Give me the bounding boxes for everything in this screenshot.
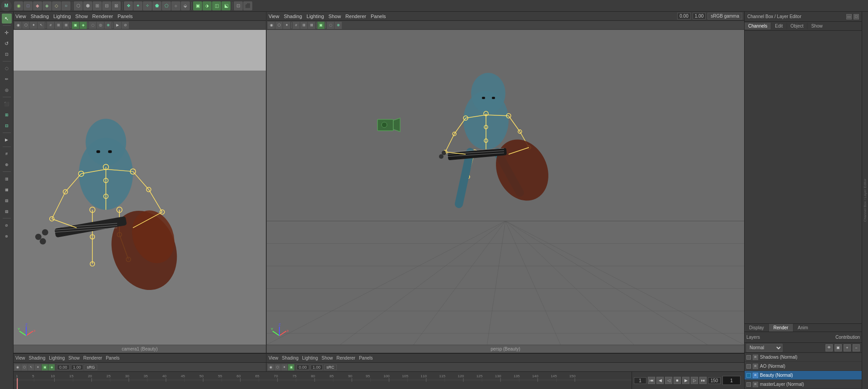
view-tool-3[interactable]: ⊟ (2, 121, 12, 131)
layer-render-vis-beauty[interactable]: R (753, 373, 758, 378)
toolbar-icon-12[interactable]: ❖ (124, 1, 133, 10)
paint-tool[interactable]: ✏ (2, 74, 12, 84)
misc-btn-2[interactable]: ▦ (2, 185, 12, 194)
vp-tr-tb-7[interactable]: ▣ (317, 22, 325, 29)
vp-tr-menu-panels[interactable]: Panels (371, 14, 386, 19)
blt-4[interactable]: ✦ (35, 364, 41, 370)
vp-tl-tb-11[interactable]: ◎ (97, 22, 104, 29)
vp-tr-tb-3[interactable]: ✦ (283, 22, 290, 29)
step-fwd-btn[interactable]: ▷ (691, 377, 698, 384)
blt-6[interactable]: ◈ (48, 364, 55, 370)
current-frame[interactable]: 1 (722, 376, 741, 385)
vp-tl-tb-9[interactable]: ◈ (80, 22, 87, 29)
toolbar-icon-15[interactable]: ⬟ (152, 1, 161, 10)
toolbar-icon-6[interactable]: ○ (61, 1, 71, 10)
toolbar-icon-13[interactable]: ✦ (133, 1, 142, 10)
toolbar-icon-21[interactable]: ◫ (212, 1, 221, 10)
blt-srgb[interactable]: sRG (85, 365, 97, 370)
toolbar-icon-3[interactable]: ◆ (33, 1, 42, 10)
toolbar-icon-5[interactable]: ◇ (52, 1, 61, 10)
vp-tl-menu-view[interactable]: View (15, 14, 26, 19)
play-fwd-btn[interactable]: ▶ (682, 377, 689, 384)
layers-vis-btn1[interactable]: 👁 (826, 344, 833, 351)
vp-tl-menu-panels[interactable]: Panels (118, 14, 133, 19)
move-tool[interactable]: ✛ (2, 28, 12, 38)
toolbar-icon-24[interactable]: ⬛ (243, 1, 252, 10)
vp-tr-menu-shading[interactable]: Shading (284, 14, 302, 19)
toolbar-icon-20[interactable]: ⬗ (203, 1, 212, 10)
layers-vis-btn2[interactable]: ▣ (835, 344, 842, 351)
toolbar-icon-2[interactable]: □ (24, 1, 33, 10)
blt-3[interactable]: ↖ (28, 364, 34, 370)
render-btn[interactable]: ▶ (2, 135, 12, 145)
vp-tl-menu-shading[interactable]: Shading (31, 14, 49, 19)
br-menu-renderer[interactable]: Renderer (336, 356, 355, 361)
select-tool[interactable]: ↖ (2, 14, 12, 24)
vp-tl-tb-14[interactable]: ⊘ (122, 22, 129, 29)
tab-channels[interactable]: Channels (745, 23, 771, 29)
toolbar-icon-19[interactable]: ▣ (193, 1, 202, 10)
vp-tr-tb-2[interactable]: ⬡ (275, 22, 283, 29)
toolbar-icon-9[interactable]: ⊞ (93, 1, 102, 10)
bl-menu-panels[interactable]: Panels (106, 356, 120, 361)
vp-tl-canvas[interactable]: X Y Z (14, 30, 266, 345)
vp-tl-tb-2[interactable]: ⬡ (22, 22, 29, 29)
brt-3[interactable]: ✦ (281, 364, 288, 370)
layers-del-btn[interactable]: − (853, 344, 860, 351)
vp-tr-menu-renderer[interactable]: Renderer (345, 14, 366, 19)
tab-anim[interactable]: Anim (793, 324, 813, 332)
vp-tr-menu-view[interactable]: View (269, 14, 279, 19)
tab-display[interactable]: Display (745, 324, 769, 332)
vp-tr-tb-4[interactable]: # (292, 22, 300, 29)
brt-1[interactable]: ◉ (268, 364, 274, 370)
brt-srgb[interactable]: sRC (324, 365, 337, 370)
tab-edit[interactable]: Edit (771, 23, 787, 29)
layer-item-ao[interactable]: R AO (Normal) (745, 362, 862, 371)
vp-tr-menu-lighting[interactable]: Lighting (307, 14, 324, 19)
toolbar-icon-17[interactable]: ⟐ (171, 1, 180, 10)
rotate-tool[interactable]: ↺ (2, 38, 12, 48)
toolbar-icon-4[interactable]: ◈ (42, 1, 52, 10)
toolbar-icon-7[interactable]: ⬡ (74, 1, 83, 10)
layer-item-master[interactable]: R masterLayer (Normal) (745, 380, 862, 389)
timeline-ruler[interactable]: 1 5 10 15 20 25 30 35 40 45 50 (14, 372, 632, 389)
toolbar-icon-23[interactable]: ⊡ (234, 1, 243, 10)
misc-btn-6[interactable]: ⊛ (2, 231, 12, 241)
vp-tr-tb-6[interactable]: ⊠ (308, 22, 315, 29)
tab-object[interactable]: Object (787, 23, 808, 29)
layer-item-shadows[interactable]: R Shadows (Normal) (745, 353, 862, 362)
step-back-btn[interactable]: ◀ (656, 377, 664, 384)
scale-tool[interactable]: ⊡ (2, 49, 12, 59)
vp-tr-tb-1[interactable]: ◉ (268, 22, 275, 29)
vp-tl-tb-13[interactable]: ▶ (114, 22, 121, 29)
stop-btn[interactable]: ■ (674, 377, 681, 384)
vp-tr-tb-8[interactable]: ◌ (327, 22, 334, 29)
misc-btn-1[interactable]: ▥ (2, 174, 12, 184)
br-menu-show[interactable]: Show (321, 356, 333, 361)
toolbar-icon-10[interactable]: ⊟ (102, 1, 111, 10)
bl-menu-renderer[interactable]: Renderer (83, 356, 102, 361)
bl-menu-lighting[interactable]: Lighting (49, 356, 65, 361)
layers-add-btn[interactable]: + (844, 344, 851, 351)
soft-select-tool[interactable]: ◎ (2, 85, 12, 95)
color-space-label[interactable]: sRGB gamma (708, 13, 742, 19)
vp-tl-tb-6[interactable]: ⊞ (55, 22, 62, 29)
viewport-top-left[interactable]: View Shading Lighting Show Renderer Pane… (14, 12, 267, 353)
toolbar-icon-8[interactable]: ⬢ (83, 1, 92, 10)
grid-btn[interactable]: # (2, 149, 12, 159)
vp-tr-tb-9[interactable]: ⊕ (335, 22, 342, 29)
br-menu-panels[interactable]: Panels (359, 356, 373, 361)
view-tool-1[interactable]: ⬛ (2, 99, 12, 109)
toolbar-icon-22[interactable]: ⬕ (222, 1, 231, 10)
br-menu-lighting[interactable]: Lighting (302, 356, 318, 361)
toolbar-icon-16[interactable]: ⬠ (162, 1, 171, 10)
tab-show[interactable]: Show (807, 23, 826, 29)
toolbar-icon-18[interactable]: ⬙ (181, 1, 190, 10)
brt-4[interactable]: ▣ (288, 364, 294, 370)
mode-select[interactable]: Normal (746, 344, 783, 352)
toolbar-icon-11[interactable]: ⊠ (112, 1, 121, 10)
vp-tl-tb-4[interactable]: ↖ (38, 22, 45, 29)
blt-1[interactable]: ◉ (14, 364, 21, 370)
layer-render-vis-shadows[interactable]: R (753, 355, 758, 360)
play-back-btn[interactable]: ◁ (665, 377, 672, 384)
